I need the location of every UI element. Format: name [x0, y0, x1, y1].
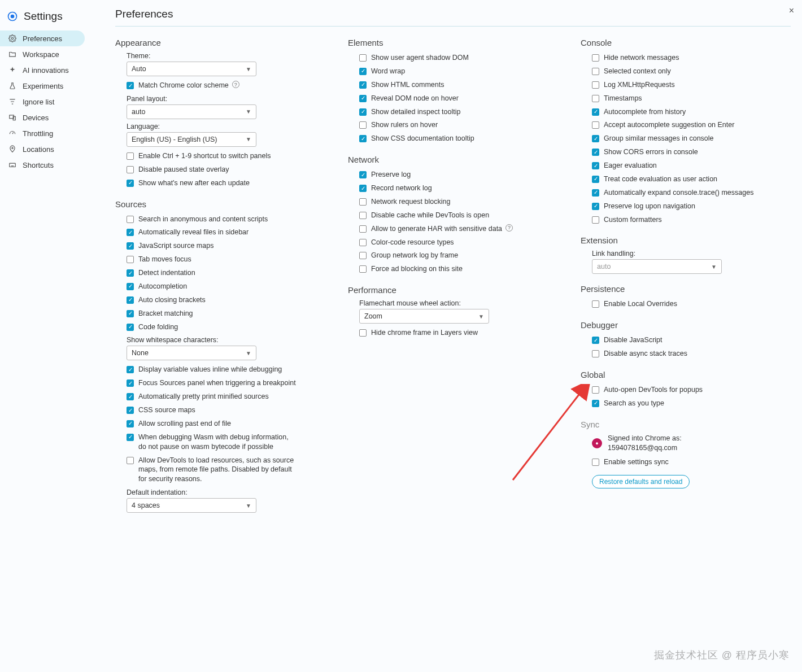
sources-checkbox-2[interactable]	[127, 242, 134, 250]
sidebar-item-experiments[interactable]: Experiments	[0, 78, 96, 94]
sync-checkbox-0[interactable]	[592, 459, 599, 466]
elements-label-5[interactable]: Show rulers on hover	[371, 120, 438, 130]
console-label-5[interactable]: Accept autocomplete suggestion on Enter	[604, 120, 734, 130]
link-handling-select[interactable]: auto ▼	[592, 259, 722, 274]
elements-label-4[interactable]: Show detailed inspect tooltip	[371, 107, 460, 117]
help-icon[interactable]: ?	[505, 224, 513, 232]
sidebar-item-shortcuts[interactable]: Shortcuts	[0, 157, 96, 173]
console-checkbox-4[interactable]	[592, 108, 599, 116]
console-label-8[interactable]: Eager evaluation	[604, 161, 657, 171]
network-label-4[interactable]: Allow to generate HAR with sensitive dat…	[371, 224, 502, 234]
sources-checkbox-1[interactable]	[127, 229, 134, 236]
console-label-7[interactable]: Show CORS errors in console	[604, 147, 698, 157]
sources-label-7[interactable]: Bracket matching	[138, 309, 193, 318]
sources2-checkbox-0[interactable]	[127, 366, 134, 373]
theme-select[interactable]: Auto ▼	[127, 62, 256, 76]
sources-label-3[interactable]: Tab moves focus	[138, 255, 191, 264]
sources2-label-4[interactable]: Allow scrolling past end of file	[138, 419, 231, 429]
sidebar-item-ignore-list[interactable]: Ignore list	[0, 94, 96, 110]
sources2-label-5[interactable]: When debugging Wasm with debug informati…	[138, 433, 297, 452]
elements-label-1[interactable]: Word wrap	[371, 67, 405, 76]
elements-checkbox-6[interactable]	[359, 135, 367, 142]
match-chrome-checkbox[interactable]	[127, 82, 134, 89]
appearance-checkbox-2[interactable]	[127, 180, 134, 187]
sources-checkbox-0[interactable]	[127, 216, 134, 223]
restore-defaults-button[interactable]: Restore defaults and reload	[592, 475, 690, 488]
network-checkbox-2[interactable]	[359, 198, 367, 206]
sources-checkbox-6[interactable]	[127, 296, 134, 304]
sources-checkbox-8[interactable]	[127, 324, 134, 331]
console-checkbox-8[interactable]	[592, 162, 599, 169]
sources2-checkbox-4[interactable]	[127, 420, 134, 427]
debugger-label-1[interactable]: Disable async stack traces	[604, 349, 687, 359]
console-label-11[interactable]: Preserve log upon navigation	[604, 202, 695, 211]
console-label-10[interactable]: Automatically expand console.trace() mes…	[604, 188, 753, 198]
sources-label-0[interactable]: Search in anonymous and content scripts	[138, 215, 268, 224]
elements-checkbox-4[interactable]	[359, 108, 367, 116]
network-checkbox-4[interactable]	[359, 225, 367, 233]
console-label-3[interactable]: Timestamps	[604, 94, 642, 103]
network-label-5[interactable]: Color-code resource types	[371, 238, 454, 247]
elements-checkbox-0[interactable]	[359, 54, 367, 62]
sources2-checkbox-3[interactable]	[127, 407, 134, 414]
console-label-1[interactable]: Selected context only	[604, 67, 671, 76]
sources-label-4[interactable]: Detect indentation	[138, 268, 195, 278]
elements-label-2[interactable]: Show HTML comments	[371, 80, 444, 90]
appearance-label-1[interactable]: Disable paused state overlay	[138, 165, 229, 174]
elements-checkbox-5[interactable]	[359, 121, 367, 129]
sources2-label-6[interactable]: Allow DevTools to load resources, such a…	[138, 456, 297, 485]
network-label-2[interactable]: Network request blocking	[371, 197, 450, 207]
network-label-1[interactable]: Record network log	[371, 184, 432, 193]
network-label-0[interactable]: Preserve log	[371, 170, 411, 180]
sources2-label-2[interactable]: Automatically pretty print minified sour…	[138, 392, 269, 402]
sources-label-2[interactable]: JavaScript source maps	[138, 241, 213, 251]
elements-label-0[interactable]: Show user agent shadow DOM	[371, 53, 469, 63]
sidebar-item-workspace[interactable]: Workspace	[0, 46, 96, 62]
sources2-checkbox-1[interactable]	[127, 379, 134, 387]
network-checkbox-1[interactable]	[359, 185, 367, 192]
console-label-4[interactable]: Autocomplete from history	[604, 107, 686, 117]
persistence-label-0[interactable]: Enable Local Overrides	[604, 299, 677, 309]
debugger-label-0[interactable]: Disable JavaScript	[604, 335, 662, 345]
whitespace-select[interactable]: None ▼	[127, 346, 256, 360]
console-label-0[interactable]: Hide network messages	[604, 53, 679, 63]
performance-label-0[interactable]: Hide chrome frame in Layers view	[371, 328, 478, 338]
sources2-checkbox-6[interactable]	[127, 457, 134, 464]
network-label-6[interactable]: Group network log by frame	[371, 251, 458, 260]
global-label-0[interactable]: Auto-open DevTools for popups	[604, 385, 703, 395]
sources2-label-0[interactable]: Display variable values inline while deb…	[138, 365, 282, 374]
match-chrome-label[interactable]: Match Chrome color scheme	[138, 81, 229, 90]
persistence-checkbox-0[interactable]	[592, 300, 599, 308]
sources-label-6[interactable]: Auto closing brackets	[138, 295, 206, 305]
sidebar-item-locations[interactable]: Locations	[0, 141, 96, 157]
indent-select[interactable]: 4 spaces ▼	[127, 498, 256, 513]
sources2-checkbox-2[interactable]	[127, 393, 134, 400]
sources-checkbox-7[interactable]	[127, 310, 134, 317]
help-icon[interactable]: ?	[232, 81, 239, 88]
network-checkbox-6[interactable]	[359, 252, 367, 259]
console-label-2[interactable]: Log XMLHttpRequests	[604, 80, 675, 90]
elements-label-6[interactable]: Show CSS documentation tooltip	[371, 134, 474, 143]
console-checkbox-5[interactable]	[592, 121, 599, 129]
debugger-checkbox-0[interactable]	[592, 337, 599, 344]
global-label-1[interactable]: Search as you type	[604, 399, 664, 408]
sync-label-0[interactable]: Enable settings sync	[604, 457, 669, 467]
network-checkbox-3[interactable]	[359, 212, 367, 219]
console-checkbox-10[interactable]	[592, 189, 599, 197]
elements-checkbox-1[interactable]	[359, 68, 367, 75]
sources-label-1[interactable]: Automatically reveal files in sidebar	[138, 228, 249, 237]
console-checkbox-3[interactable]	[592, 95, 599, 102]
console-checkbox-11[interactable]	[592, 203, 599, 210]
sources-checkbox-3[interactable]	[127, 256, 134, 263]
sources-checkbox-5[interactable]	[127, 283, 134, 290]
sources-label-8[interactable]: Code folding	[138, 322, 178, 332]
sources-label-5[interactable]: Autocompletion	[138, 282, 187, 291]
elements-label-3[interactable]: Reveal DOM node on hover	[371, 94, 459, 103]
console-checkbox-7[interactable]	[592, 149, 599, 156]
performance-checkbox-0[interactable]	[359, 329, 367, 337]
sources-checkbox-4[interactable]	[127, 269, 134, 277]
appearance-label-0[interactable]: Enable Ctrl + 1-9 shortcut to switch pan…	[138, 151, 271, 161]
network-label-7[interactable]: Force ad blocking on this site	[371, 264, 463, 274]
console-checkbox-9[interactable]	[592, 176, 599, 183]
network-checkbox-0[interactable]	[359, 171, 367, 178]
